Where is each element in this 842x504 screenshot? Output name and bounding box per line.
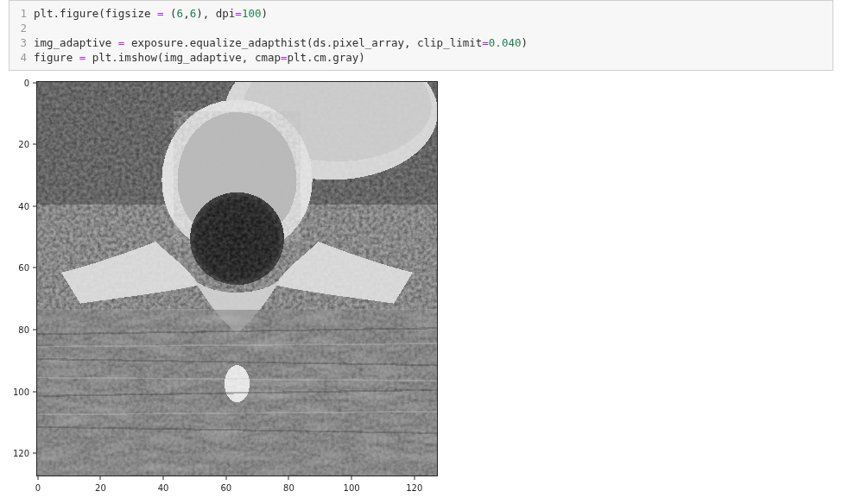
code-editor[interactable]: plt.figure(figsize = (6,6), dpi=100) img… xyxy=(34,6,826,65)
code-line-1: plt.figure(figsize = (6,6), dpi=100) xyxy=(34,7,268,20)
y-tick-mark xyxy=(33,144,36,145)
x-tick-mark xyxy=(351,476,352,480)
line-number: 3 xyxy=(9,35,27,50)
y-tick-label: 80 xyxy=(18,325,29,335)
svg-rect-17 xyxy=(36,81,438,476)
plot-image xyxy=(36,81,438,476)
line-number: 4 xyxy=(9,50,27,65)
y-tick-mark xyxy=(33,82,36,83)
y-tick-label: 120 xyxy=(13,449,29,458)
y-tick-mark xyxy=(33,205,36,206)
x-tick-label: 120 xyxy=(406,483,422,493)
x-tick-mark xyxy=(225,476,226,480)
code-line-3: img_adaptive = exposure.equalize_adapthi… xyxy=(34,36,528,49)
y-tick-label: 60 xyxy=(18,263,29,273)
code-cell: 1 2 3 4 plt.figure(figsize = (6,6), dpi=… xyxy=(9,0,833,71)
x-tick-label: 100 xyxy=(344,483,360,493)
y-tick-label: 0 xyxy=(24,78,29,87)
y-tick-mark xyxy=(33,268,36,268)
x-tick-label: 60 xyxy=(220,483,231,493)
line-number-gutter: 1 2 3 4 xyxy=(9,6,34,65)
x-tick-mark xyxy=(37,476,38,480)
x-tick-label: 0 xyxy=(35,483,41,493)
y-tick-label: 100 xyxy=(13,387,29,396)
line-number: 1 xyxy=(9,6,27,21)
x-tick-mark xyxy=(100,476,101,480)
x-tick-label: 40 xyxy=(158,483,169,493)
x-axis: 020406080100120 xyxy=(36,476,438,492)
x-tick-mark xyxy=(163,476,164,480)
code-line-4: figure = plt.imshow(img_adaptive, cmap=p… xyxy=(34,51,365,64)
y-tick-mark xyxy=(33,391,36,392)
x-tick-mark xyxy=(414,476,415,480)
matplotlib-figure: 020406080100120 020406080100120 xyxy=(9,79,439,502)
y-tick-mark xyxy=(33,453,36,454)
y-tick-mark xyxy=(33,330,36,331)
x-tick-label: 80 xyxy=(283,483,294,493)
output-area: 020406080100120 020406080100120 xyxy=(9,79,833,502)
y-tick-label: 20 xyxy=(18,140,29,149)
line-number: 2 xyxy=(9,21,27,35)
y-tick-label: 40 xyxy=(18,201,29,211)
x-tick-label: 20 xyxy=(95,483,106,493)
y-axis: 020406080100120 xyxy=(9,79,36,476)
x-tick-mark xyxy=(288,476,289,480)
